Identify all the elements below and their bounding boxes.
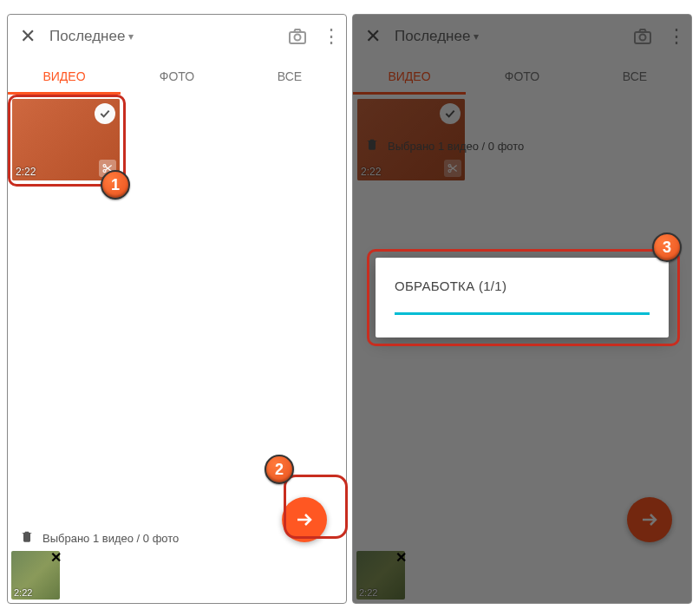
album-dropdown[interactable]: Последнее [49, 28, 273, 45]
step-badge: 2 [265, 455, 294, 484]
next-fab[interactable] [282, 497, 327, 542]
step-badge: 3 [652, 233, 682, 262]
thumbnail-duration: 2:22 [16, 166, 36, 178]
mini-thumbnail[interactable]: ✕ 2:22 [11, 551, 60, 600]
check-icon [95, 103, 115, 124]
dialog-title: ОБРАБОТКА (1/1) [395, 279, 650, 293]
selection-text: Выбрано 1 видео / 0 фото [42, 532, 179, 545]
camera-icon[interactable] [287, 26, 308, 47]
processing-dialog: ОБРАБОТКА (1/1) [376, 258, 669, 337]
svg-point-3 [103, 169, 106, 172]
more-icon[interactable]: ⋮ [322, 25, 334, 48]
screen-gallery: ✕ Последнее ⋮ ВИДЕО ФОТО ВСЕ 2:22 Выбран… [7, 14, 347, 604]
step-badge: 1 [101, 170, 130, 200]
selected-strip: ✕ 2:22 [11, 551, 60, 600]
tab-all[interactable]: ВСЕ [233, 58, 346, 95]
svg-point-2 [103, 165, 106, 167]
video-thumbnail[interactable]: 2:22 [12, 99, 120, 180]
trash-icon[interactable] [20, 529, 34, 547]
gallery-grid: 2:22 [8, 95, 346, 185]
mini-duration: 2:22 [14, 587, 32, 598]
tabs: ВИДЕО ФОТО ВСЕ [8, 58, 346, 95]
tab-video[interactable]: ВИДЕО [8, 58, 121, 95]
progress-bar [395, 312, 650, 315]
topbar: ✕ Последнее ⋮ [8, 15, 346, 58]
svg-point-1 [295, 35, 301, 41]
screen-processing: ✕ Последнее ⋮ ВИДЕО ФОТО ВСЕ 2:22 Выбран… [352, 14, 692, 604]
remove-icon[interactable]: ✕ [50, 549, 62, 566]
tab-photo[interactable]: ФОТО [121, 58, 233, 95]
close-icon[interactable]: ✕ [20, 25, 36, 48]
